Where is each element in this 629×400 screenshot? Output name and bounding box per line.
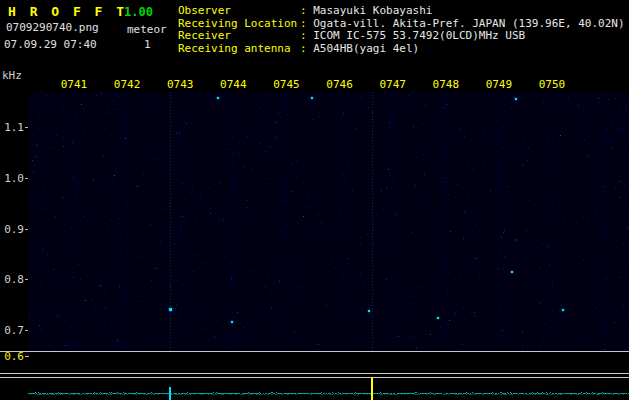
signal-spike-marker	[169, 387, 171, 400]
event-marker-layer	[0, 0, 629, 400]
hrofft-screenshot: H R O F F T 1.00 0709290740.png meteor 0…	[0, 0, 629, 400]
event-marker-line	[371, 377, 373, 400]
